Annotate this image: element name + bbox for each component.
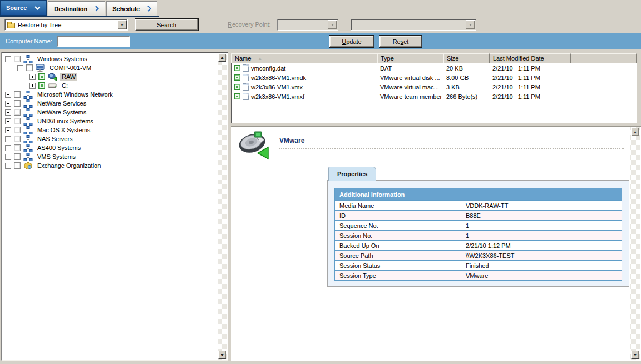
tree-checkbox[interactable] [38, 82, 45, 89]
details-vertical-scrollbar[interactable]: ▲ ▼ [630, 127, 640, 360]
expand-toggle-icon[interactable] [17, 65, 23, 71]
scroll-down-icon[interactable]: ▼ [218, 351, 226, 359]
file-row[interactable]: vmconfig.dat DAT 20 KB 2/21/101:11 PM [231, 63, 637, 73]
property-row: Media Name VDDK-RAW-TT [335, 201, 622, 211]
expand-toggle-icon[interactable] [5, 101, 11, 107]
file-list-panel: Name ▲ Type Size Last Modified Date vmco… [231, 53, 637, 123]
file-checkbox[interactable] [234, 74, 240, 81]
table-section-header: Additional Information [335, 188, 622, 201]
file-size: 266 Byte(s) [443, 93, 490, 100]
file-size: 8.00 GB [443, 74, 490, 81]
tree-checkbox[interactable] [14, 144, 21, 151]
tree-item[interactable]: VMS Systems [3, 152, 216, 161]
property-label: ID [335, 211, 461, 221]
tree-item[interactable]: C: [3, 81, 216, 90]
scroll-up-icon[interactable]: ▲ [218, 53, 226, 62]
expand-toggle-icon[interactable] [5, 127, 11, 133]
file-modified-date: 2/21/101:11 PM [490, 93, 571, 100]
tree-checkbox[interactable] [14, 91, 21, 98]
search-button[interactable]: Search [135, 19, 198, 31]
expand-toggle-icon[interactable] [29, 74, 36, 80]
expand-toggle-icon[interactable] [5, 118, 11, 124]
tree-checkbox[interactable] [14, 136, 21, 142]
details-title-row: VMware [279, 137, 624, 149]
tree-checkbox[interactable] [14, 109, 21, 116]
property-label: Session No. [335, 231, 461, 241]
wizard-tab-strip: Source Destination Schedule [0, 0, 159, 17]
tree-checkbox[interactable] [14, 118, 21, 124]
restore-mode-select[interactable]: Restore by Tree ▼ [4, 19, 128, 31]
computer-name-input[interactable] [57, 36, 130, 47]
file-checkbox[interactable] [234, 65, 240, 71]
property-label: Source Path [335, 251, 461, 261]
file-checkbox[interactable] [234, 84, 240, 90]
tree-item[interactable]: Exchange Organization [3, 161, 216, 170]
tab-schedule[interactable]: Schedule [106, 1, 157, 16]
tree-item-label: NetWare Systems [36, 108, 88, 116]
tree-item-label: Mac OS X Systems [36, 126, 92, 134]
column-header-last-modified[interactable]: Last Modified Date [490, 53, 571, 63]
scroll-up-icon[interactable]: ▲ [631, 128, 639, 136]
tree-item-label: Microsoft Windows Network [36, 91, 115, 98]
recovery-point-label: Recovery Point: [228, 21, 271, 28]
column-header-name[interactable]: Name ▲ [231, 53, 377, 63]
tree-item-label: C: [60, 82, 70, 89]
tree-item[interactable]: NetWare Systems [3, 108, 216, 117]
expand-toggle-icon[interactable] [5, 163, 11, 169]
property-value: 1 [461, 221, 622, 231]
tree-item[interactable]: RAW [3, 72, 216, 81]
restore-mode-dropdown-button[interactable]: ▼ [117, 20, 127, 29]
tree-item-label: AS400 Systems [36, 144, 82, 152]
tree-item-icon [23, 108, 33, 117]
tree-checkbox[interactable] [14, 127, 21, 133]
tree-item-icon [23, 135, 33, 143]
tree-item[interactable]: UNIX/Linux Systems [3, 117, 216, 126]
property-value: B88E [461, 211, 622, 221]
tree-checkbox[interactable] [14, 100, 21, 107]
tree-item-icon [23, 99, 33, 108]
tree-item[interactable]: NetWare Services [3, 99, 216, 108]
tab-properties[interactable]: Properties [328, 167, 376, 181]
expand-toggle-icon[interactable] [29, 83, 36, 89]
tree-item-label: NAS Servers [36, 135, 75, 143]
expand-toggle-icon[interactable] [5, 56, 11, 62]
file-modified-date: 2/21/101:11 PM [490, 74, 571, 81]
update-button[interactable]: Update [329, 36, 374, 47]
file-row[interactable]: w2k3x86-VM1.vmdk VMware virtual disk ...… [231, 73, 637, 82]
tree-checkbox[interactable] [14, 56, 21, 62]
reset-button[interactable]: Reset [379, 36, 422, 47]
expand-toggle-icon[interactable] [5, 92, 11, 98]
tree-item-label: VMS Systems [36, 153, 77, 161]
tree-checkbox[interactable] [26, 64, 33, 71]
chevron-right-icon [95, 6, 99, 12]
tree-checkbox[interactable] [38, 73, 45, 80]
tree-item[interactable]: Windows Systems [3, 54, 216, 63]
tree-item[interactable]: NAS Servers [3, 134, 216, 143]
expand-toggle-icon[interactable] [5, 145, 11, 151]
tab-destination[interactable]: Destination [48, 1, 105, 16]
file-type: DAT [377, 65, 443, 72]
tree-item[interactable]: AS400 Systems [3, 143, 216, 152]
tree-checkbox[interactable] [14, 153, 21, 160]
tree-item[interactable]: Mac OS X Systems [3, 126, 216, 134]
file-row[interactable]: w2k3x86-VM1.vmx VMware virtual mac... 3 … [231, 82, 637, 92]
expand-toggle-icon[interactable] [5, 154, 11, 160]
tree-item[interactable]: COMP-001-VM [3, 63, 216, 72]
tab-source[interactable]: Source [0, 0, 47, 16]
expand-toggle-icon[interactable] [5, 136, 11, 142]
property-row: Session No. 1 [335, 231, 622, 241]
tree-checkbox[interactable] [14, 162, 21, 169]
source-tree: Windows Systems COMP-001-VM [3, 54, 216, 359]
scroll-down-icon[interactable]: ▼ [631, 351, 639, 359]
details-panel: VMware Properties Additional Information… [231, 126, 641, 361]
file-row[interactable]: w2k3x86-VM1.vmxf VMware team member 266 … [231, 92, 637, 101]
file-checkbox[interactable] [234, 93, 240, 99]
tree-item[interactable]: Microsoft Windows Network [3, 90, 216, 99]
restore-manager-window: { "colors": { "window_gray": "#d5d1c8", … [0, 0, 641, 364]
computer-name-label: Computer Name: [6, 38, 52, 44]
expand-toggle-icon[interactable] [5, 109, 11, 116]
tree-vertical-scrollbar[interactable]: ▲ ▼ [218, 53, 227, 360]
tree-item-label: Windows Systems [36, 55, 89, 63]
column-header-type[interactable]: Type [377, 53, 443, 63]
column-header-size[interactable]: Size [443, 53, 490, 63]
